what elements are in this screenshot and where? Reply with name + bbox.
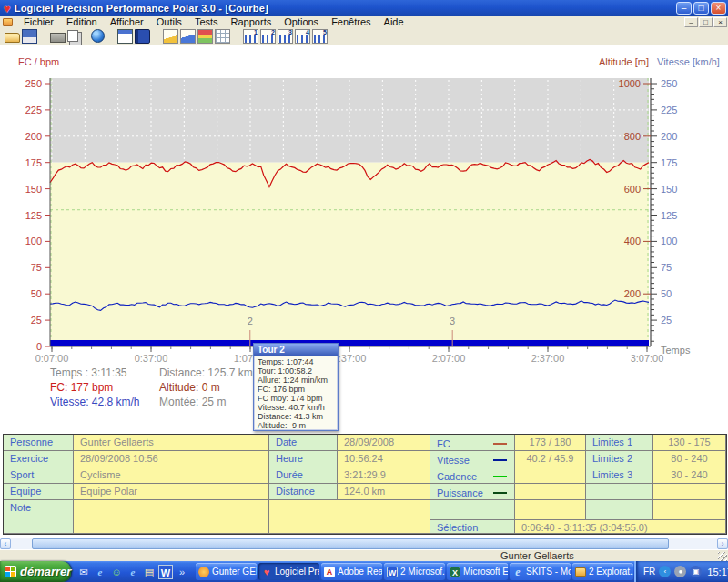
status-bar: Gunter Gellaerts [0,549,728,561]
internet-explorer-icon[interactable]: e [126,565,140,579]
window-title: Logiciel Précision Performance Polar 3.0… [15,3,674,14]
open-icon[interactable] [5,33,20,43]
distance-label: Distance [269,484,338,500]
menu-afficher[interactable]: Afficher [104,16,150,27]
child-restore-button[interactable]: □ [699,17,713,27]
table-view-icon[interactable] [215,29,230,44]
lap-chart-4-icon[interactable]: 4 [295,29,310,44]
messenger-icon[interactable]: ☺ [109,565,124,579]
show-desktop-icon[interactable]: ▤ [142,565,157,579]
lap-chart-3-icon[interactable]: 3 [278,29,293,44]
summary-altitude: Altitude: 0 m [159,380,253,395]
lap-chart-1-icon[interactable]: 1 [243,29,258,44]
zones-view-icon[interactable] [197,29,213,44]
svg-text:150: 150 [25,184,42,195]
start-button[interactable]: démarrer [0,561,71,582]
heart-icon: ♥ [261,567,272,577]
menu-outils[interactable]: Outils [150,16,188,27]
menu-aide[interactable]: Aide [378,16,410,27]
task-word-group[interactable]: W2 Microsof...▾ [384,563,445,580]
print-icon[interactable] [50,33,66,43]
lap-tooltip: Tour 2 Temps: 1:07:44 Tour: 1:00:58.2 Al… [253,343,339,431]
sport-label: Sport [4,467,74,484]
personne-value: Gunter Gellaerts [74,435,269,451]
close-button[interactable]: × [711,2,726,15]
internet-explorer-icon[interactable]: e [93,565,107,579]
excel-icon: X [450,567,460,577]
menu-edition[interactable]: Edition [60,16,104,27]
svg-text:200: 200 [661,131,677,142]
task-logiciel-polar[interactable]: ♥Logiciel Pré... [258,563,319,580]
svg-text:125: 125 [661,210,677,221]
horizontal-scrollbar[interactable]: ‹ › [0,538,728,549]
cadence-limits-value [515,467,586,484]
word-icon: W [387,567,398,577]
limites2-label: Limites 2 [586,451,653,467]
minimize-button[interactable]: – [676,2,692,15]
report-icon[interactable] [117,29,133,44]
cadence-dash-icon [493,476,507,477]
curve-view-icon[interactable] [163,29,178,44]
summary-column-1: Temps : 3:11:35 FC: 177 bpm Vitesse: 42.… [50,366,140,409]
sync-icon[interactable]: ● [674,566,686,577]
resize-grip[interactable] [718,552,727,561]
task-adobe-reader[interactable]: AAdobe Rea... [321,563,382,580]
exercice-label: Exercice [4,451,74,467]
exercise-info-table: Personne Gunter Gellaerts Date 28/09/200… [3,434,727,535]
network-icon[interactable]: ▣ [690,566,702,577]
note-label: Note [4,500,74,534]
desktop: ♥ Logiciel Précision Performance Polar 3… [0,0,728,582]
save-icon[interactable] [22,29,37,44]
lap-chart-5-icon[interactable]: 5 [312,29,328,44]
scroll-left-icon[interactable]: ‹ [0,538,11,549]
svg-text:800: 800 [624,131,641,142]
note-value[interactable] [74,500,269,534]
task-skits-browser[interactable]: eSKITS - Mo... [510,563,571,580]
polar-heart-icon: ♥ [4,3,11,15]
menu-options[interactable]: Options [278,16,325,27]
curve-chart[interactable]: 0255075100125150175200225250255075100125… [0,45,728,409]
distance-value: 124.0 km [338,484,430,500]
svg-text:2:07:00: 2:07:00 [432,353,466,364]
word-icon[interactable]: W [158,565,173,579]
restore-button[interactable]: □ [693,2,709,15]
equipe-label: Equipe [4,484,74,500]
courbe-window-icon[interactable] [3,18,13,26]
copy-icon[interactable] [67,30,78,42]
menu-rapports[interactable]: Rapports [225,16,278,27]
language-indicator[interactable]: FR [643,567,655,577]
summary-vitesse: Vitesse: 42.8 km/h [50,395,140,409]
vitesse-limits-value: 40.2 / 45.9 [515,451,586,467]
menu-tests[interactable]: Tests [188,16,225,27]
menu-fenetres[interactable]: Fenêtres [325,16,377,27]
selection-label: Sélection [430,520,515,534]
child-close-button[interactable]: × [713,17,727,27]
diary-icon[interactable] [135,29,150,44]
distribution-view-icon[interactable] [180,29,196,44]
puissance-dash-icon [493,492,507,494]
limites1-value: 130 - 175 [653,435,726,451]
task-gunter-gellaerts[interactable]: Gunter GEL... [196,563,257,580]
mail-icon[interactable]: ✉ [76,565,91,579]
taskbar-clock[interactable]: 15:17 [707,567,728,577]
lap-chart-2-icon[interactable]: 2 [260,29,276,44]
quick-launch-overflow-icon[interactable]: » [175,565,189,579]
duree-value: 3:21:29.9 [338,467,430,484]
task-explorer-group[interactable]: 2 Explorat...▾ [572,563,633,580]
scrollbar-thumb[interactable] [32,538,669,549]
svg-text:2: 2 [248,316,253,326]
svg-text:3:07:00: 3:07:00 [631,353,664,364]
lap-tooltip-title: Tour 2 [254,344,338,356]
limites3-value: 30 - 240 [653,467,726,484]
cadence-legend-cell: Cadence [430,467,515,484]
language-bar-icon[interactable]: ‹ [659,566,671,577]
child-minimize-button[interactable]: – [684,17,698,27]
globe-icon[interactable] [91,29,105,43]
summary-distance: Distance: 125.7 km [159,366,253,380]
task-excel[interactable]: XMicrosoft E... [447,563,508,580]
empty-label-cell [586,484,653,500]
scroll-right-icon[interactable]: › [717,538,728,549]
status-person-name: Gunter Gellaerts [500,550,574,561]
empty-value-cell [653,484,726,500]
menu-fichier[interactable]: Fichier [17,16,60,27]
